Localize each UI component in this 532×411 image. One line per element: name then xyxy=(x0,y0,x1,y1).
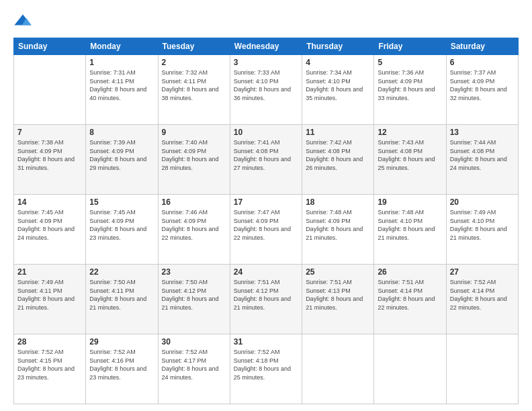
day-cell: 28Sunrise: 7:52 AMSunset: 4:15 PMDayligh… xyxy=(14,334,86,404)
day-info: Sunrise: 7:44 AMSunset: 4:08 PMDaylight:… xyxy=(450,138,515,172)
day-info: Sunrise: 7:45 AMSunset: 4:09 PMDaylight:… xyxy=(89,208,154,242)
day-info: Sunrise: 7:33 AMSunset: 4:10 PMDaylight:… xyxy=(234,68,298,102)
day-cell xyxy=(14,55,86,125)
day-number: 22 xyxy=(89,267,154,277)
day-cell: 25Sunrise: 7:51 AMSunset: 4:13 PMDayligh… xyxy=(302,265,374,334)
day-cell xyxy=(302,334,374,404)
day-info: Sunrise: 7:40 AMSunset: 4:09 PMDaylight:… xyxy=(162,138,226,172)
day-cell: 17Sunrise: 7:47 AMSunset: 4:09 PMDayligh… xyxy=(230,195,302,265)
day-info: Sunrise: 7:45 AMSunset: 4:09 PMDaylight:… xyxy=(17,208,82,242)
day-cell: 7Sunrise: 7:38 AMSunset: 4:09 PMDaylight… xyxy=(14,125,86,195)
day-info: Sunrise: 7:46 AMSunset: 4:09 PMDaylight:… xyxy=(162,208,226,242)
day-cell: 26Sunrise: 7:51 AMSunset: 4:14 PMDayligh… xyxy=(374,265,446,334)
day-number: 16 xyxy=(162,197,226,207)
day-info: Sunrise: 7:49 AMSunset: 4:11 PMDaylight:… xyxy=(17,278,82,312)
day-info: Sunrise: 7:51 AMSunset: 4:14 PMDaylight:… xyxy=(378,278,442,312)
day-cell: 18Sunrise: 7:48 AMSunset: 4:09 PMDayligh… xyxy=(302,195,374,265)
week-row-5: 28Sunrise: 7:52 AMSunset: 4:15 PMDayligh… xyxy=(14,334,519,404)
logo-icon xyxy=(13,12,32,31)
day-cell: 21Sunrise: 7:49 AMSunset: 4:11 PMDayligh… xyxy=(14,265,86,334)
day-number: 10 xyxy=(234,128,298,137)
week-row-4: 21Sunrise: 7:49 AMSunset: 4:11 PMDayligh… xyxy=(14,265,519,334)
header xyxy=(13,12,519,31)
day-cell: 29Sunrise: 7:52 AMSunset: 4:16 PMDayligh… xyxy=(86,334,158,404)
day-cell: 8Sunrise: 7:39 AMSunset: 4:09 PMDaylight… xyxy=(86,125,158,195)
day-cell: 23Sunrise: 7:50 AMSunset: 4:12 PMDayligh… xyxy=(158,265,230,334)
day-number: 31 xyxy=(234,337,298,347)
day-cell: 12Sunrise: 7:43 AMSunset: 4:08 PMDayligh… xyxy=(374,125,446,195)
day-number: 30 xyxy=(162,337,226,347)
day-number: 29 xyxy=(89,337,154,347)
day-number: 5 xyxy=(378,58,442,67)
day-number: 15 xyxy=(89,197,154,207)
day-number: 23 xyxy=(162,267,226,277)
day-number: 7 xyxy=(17,128,82,137)
weekday-header-saturday: Saturday xyxy=(446,38,518,55)
day-info: Sunrise: 7:49 AMSunset: 4:10 PMDaylight:… xyxy=(450,208,515,242)
week-row-1: 1Sunrise: 7:31 AMSunset: 4:11 PMDaylight… xyxy=(14,55,519,125)
day-info: Sunrise: 7:34 AMSunset: 4:10 PMDaylight:… xyxy=(306,68,370,102)
day-number: 1 xyxy=(89,58,154,67)
day-cell: 4Sunrise: 7:34 AMSunset: 4:10 PMDaylight… xyxy=(302,55,374,125)
day-cell: 22Sunrise: 7:50 AMSunset: 4:11 PMDayligh… xyxy=(86,265,158,334)
logo xyxy=(13,12,32,31)
day-number: 4 xyxy=(306,58,370,67)
day-info: Sunrise: 7:48 AMSunset: 4:10 PMDaylight:… xyxy=(378,208,442,242)
day-number: 14 xyxy=(17,197,82,207)
day-cell: 13Sunrise: 7:44 AMSunset: 4:08 PMDayligh… xyxy=(446,125,518,195)
day-number: 20 xyxy=(450,197,515,207)
day-info: Sunrise: 7:52 AMSunset: 4:17 PMDaylight:… xyxy=(162,348,226,381)
weekday-header-friday: Friday xyxy=(374,38,446,55)
day-cell xyxy=(374,334,446,404)
day-cell: 14Sunrise: 7:45 AMSunset: 4:09 PMDayligh… xyxy=(14,195,86,265)
page: SundayMondayTuesdayWednesdayThursdayFrid… xyxy=(0,0,532,411)
day-info: Sunrise: 7:42 AMSunset: 4:08 PMDaylight:… xyxy=(306,138,370,172)
day-number: 19 xyxy=(378,197,442,207)
day-number: 8 xyxy=(89,128,154,137)
day-cell: 24Sunrise: 7:51 AMSunset: 4:12 PMDayligh… xyxy=(230,265,302,334)
day-cell: 16Sunrise: 7:46 AMSunset: 4:09 PMDayligh… xyxy=(158,195,230,265)
day-info: Sunrise: 7:38 AMSunset: 4:09 PMDaylight:… xyxy=(17,138,82,172)
day-number: 11 xyxy=(306,128,370,137)
weekday-header-row: SundayMondayTuesdayWednesdayThursdayFrid… xyxy=(14,38,519,55)
day-info: Sunrise: 7:52 AMSunset: 4:18 PMDaylight:… xyxy=(234,348,298,381)
weekday-header-monday: Monday xyxy=(86,38,158,55)
day-number: 26 xyxy=(378,267,442,277)
day-info: Sunrise: 7:36 AMSunset: 4:09 PMDaylight:… xyxy=(378,68,442,102)
day-info: Sunrise: 7:48 AMSunset: 4:09 PMDaylight:… xyxy=(306,208,370,242)
day-number: 13 xyxy=(450,128,515,137)
day-info: Sunrise: 7:43 AMSunset: 4:08 PMDaylight:… xyxy=(378,138,442,172)
weekday-header-thursday: Thursday xyxy=(302,38,374,55)
day-number: 25 xyxy=(306,267,370,277)
day-info: Sunrise: 7:39 AMSunset: 4:09 PMDaylight:… xyxy=(89,138,154,172)
week-row-3: 14Sunrise: 7:45 AMSunset: 4:09 PMDayligh… xyxy=(14,195,519,265)
day-cell xyxy=(446,334,518,404)
day-number: 6 xyxy=(450,58,515,67)
day-number: 17 xyxy=(234,197,298,207)
day-cell: 6Sunrise: 7:37 AMSunset: 4:09 PMDaylight… xyxy=(446,55,518,125)
day-number: 28 xyxy=(17,337,82,347)
day-number: 24 xyxy=(234,267,298,277)
day-number: 9 xyxy=(162,128,226,137)
day-number: 27 xyxy=(450,267,515,277)
day-cell: 19Sunrise: 7:48 AMSunset: 4:10 PMDayligh… xyxy=(374,195,446,265)
day-info: Sunrise: 7:50 AMSunset: 4:12 PMDaylight:… xyxy=(162,278,226,312)
day-cell: 3Sunrise: 7:33 AMSunset: 4:10 PMDaylight… xyxy=(230,55,302,125)
day-cell: 9Sunrise: 7:40 AMSunset: 4:09 PMDaylight… xyxy=(158,125,230,195)
day-info: Sunrise: 7:52 AMSunset: 4:16 PMDaylight:… xyxy=(89,348,154,381)
day-cell: 15Sunrise: 7:45 AMSunset: 4:09 PMDayligh… xyxy=(86,195,158,265)
weekday-header-sunday: Sunday xyxy=(14,38,86,55)
day-cell: 30Sunrise: 7:52 AMSunset: 4:17 PMDayligh… xyxy=(158,334,230,404)
day-number: 21 xyxy=(17,267,82,277)
day-info: Sunrise: 7:31 AMSunset: 4:11 PMDaylight:… xyxy=(89,68,154,102)
day-number: 2 xyxy=(162,58,226,67)
day-cell: 27Sunrise: 7:52 AMSunset: 4:14 PMDayligh… xyxy=(446,265,518,334)
day-cell: 20Sunrise: 7:49 AMSunset: 4:10 PMDayligh… xyxy=(446,195,518,265)
day-cell: 1Sunrise: 7:31 AMSunset: 4:11 PMDaylight… xyxy=(86,55,158,125)
day-cell: 10Sunrise: 7:41 AMSunset: 4:08 PMDayligh… xyxy=(230,125,302,195)
weekday-header-tuesday: Tuesday xyxy=(158,38,230,55)
day-cell: 2Sunrise: 7:32 AMSunset: 4:11 PMDaylight… xyxy=(158,55,230,125)
day-cell: 11Sunrise: 7:42 AMSunset: 4:08 PMDayligh… xyxy=(302,125,374,195)
day-info: Sunrise: 7:47 AMSunset: 4:09 PMDaylight:… xyxy=(234,208,298,242)
day-cell: 5Sunrise: 7:36 AMSunset: 4:09 PMDaylight… xyxy=(374,55,446,125)
